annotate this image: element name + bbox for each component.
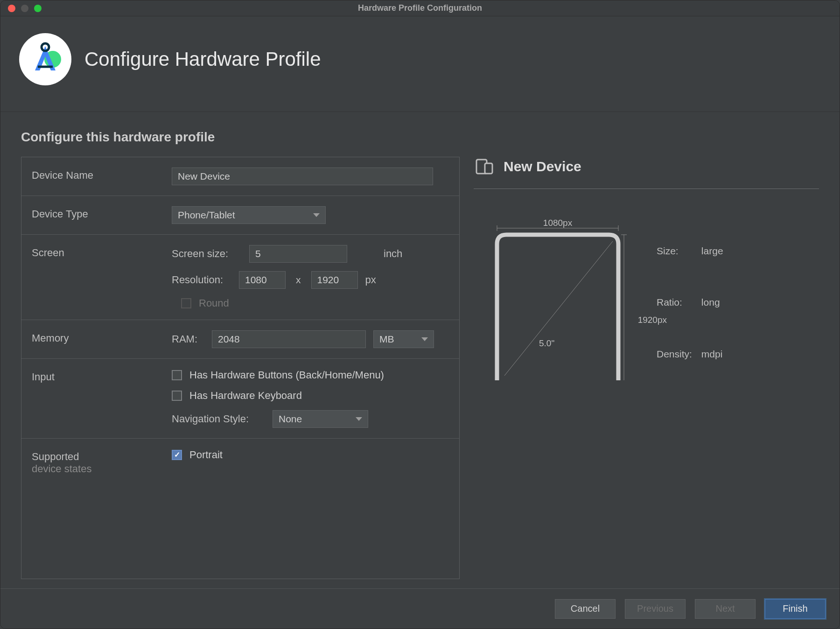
nav-style-value: None xyxy=(279,413,302,425)
resolution-x: x xyxy=(293,274,304,286)
width-dimension: 1080px xyxy=(543,218,572,228)
section-device-type: Device Type Phone/Tablet xyxy=(21,196,459,235)
resolution-height-input[interactable] xyxy=(311,271,358,289)
section-screen: Screen Screen size: inch Resolution: x xyxy=(21,235,459,320)
previous-button[interactable]: Previous xyxy=(625,599,686,619)
screen-size-unit: inch xyxy=(384,248,402,260)
hw-keyboard-checkbox[interactable] xyxy=(172,391,182,401)
hw-buttons-checkbox[interactable] xyxy=(172,370,182,380)
preview-header: New Device xyxy=(474,157,819,189)
memory-label: Memory xyxy=(32,330,172,348)
preview-panel: New Device 1080px xyxy=(474,157,819,579)
ram-input[interactable] xyxy=(212,330,366,348)
chevron-down-icon xyxy=(356,417,362,421)
chevron-down-icon xyxy=(313,213,320,217)
device-type-value: Phone/Tablet xyxy=(178,210,235,221)
window-controls xyxy=(8,5,42,12)
zoom-icon[interactable] xyxy=(34,5,42,12)
nav-style-label: Navigation Style: xyxy=(172,413,265,425)
main: Configure this hardware profile Device N… xyxy=(0,112,840,588)
close-icon[interactable] xyxy=(8,5,15,12)
section-memory: Memory RAM: MB xyxy=(21,320,459,359)
page-title: Configure Hardware Profile xyxy=(84,48,321,70)
spec-table: Size:large Ratio:long Density:mdpi xyxy=(656,222,724,380)
titlebar: Hardware Profile Configuration xyxy=(0,0,840,16)
device-type-label: Device Type xyxy=(32,206,172,224)
device-name-input[interactable] xyxy=(172,168,433,185)
preview-title: New Device xyxy=(504,159,581,175)
footer: Cancel Previous Next Finish xyxy=(0,588,840,629)
header: Configure Hardware Profile xyxy=(0,16,840,112)
finish-button[interactable]: Finish xyxy=(765,599,826,619)
diagonal-dimension: 5.0" xyxy=(539,338,554,349)
supported-label: Supported device states xyxy=(32,449,172,475)
devices-icon xyxy=(476,159,494,175)
device-type-select[interactable]: Phone/Tablet xyxy=(172,206,326,224)
screen-label: Screen xyxy=(32,245,172,309)
nav-style-select[interactable]: None xyxy=(273,410,368,428)
svg-line-8 xyxy=(504,241,613,376)
chevron-down-icon xyxy=(421,337,428,341)
hw-keyboard-label: Has Hardware Keyboard xyxy=(189,390,302,402)
resolution-label: Resolution: xyxy=(172,274,231,286)
input-label: Input xyxy=(32,369,172,428)
round-checkbox xyxy=(181,298,191,308)
portrait-checkbox[interactable] xyxy=(172,450,182,460)
round-label: Round xyxy=(199,297,229,309)
screen-size-label: Screen size: xyxy=(172,248,242,260)
subtitle: Configure this hardware profile xyxy=(21,130,819,145)
cancel-button[interactable]: Cancel xyxy=(555,599,616,619)
svg-rect-4 xyxy=(485,163,492,174)
ram-unit-select[interactable]: MB xyxy=(373,330,434,348)
content: Device Name Device Type Phone/Tablet xyxy=(21,157,819,579)
hw-buttons-label: Has Hardware Buttons (Back/Home/Menu) xyxy=(189,369,384,381)
portrait-label: Portrait xyxy=(189,449,223,461)
resolution-width-input[interactable] xyxy=(239,271,286,289)
section-supported: Supported device states Portrait xyxy=(21,439,459,479)
section-input: Input Has Hardware Buttons (Back/Home/Me… xyxy=(21,359,459,439)
ram-label: RAM: xyxy=(172,333,204,345)
device-diagram: 1080px 1920px 5.0" xyxy=(488,222,628,380)
device-name-label: Device Name xyxy=(32,168,172,185)
preview-body: 1080px 1920px 5.0" Size:large Ratio:long… xyxy=(474,189,819,380)
window-title: Hardware Profile Configuration xyxy=(0,3,840,13)
minimize-icon[interactable] xyxy=(21,5,28,12)
ram-unit-value: MB xyxy=(379,334,394,345)
resolution-unit: px xyxy=(365,274,376,286)
screen-size-input[interactable] xyxy=(249,245,347,263)
android-studio-icon xyxy=(19,33,71,85)
window: Hardware Profile Configuration Configure… xyxy=(0,0,840,629)
next-button[interactable]: Next xyxy=(695,599,756,619)
form-panel: Device Name Device Type Phone/Tablet xyxy=(21,157,460,579)
height-dimension: 1920px xyxy=(638,315,667,325)
section-device-name: Device Name xyxy=(21,157,459,196)
